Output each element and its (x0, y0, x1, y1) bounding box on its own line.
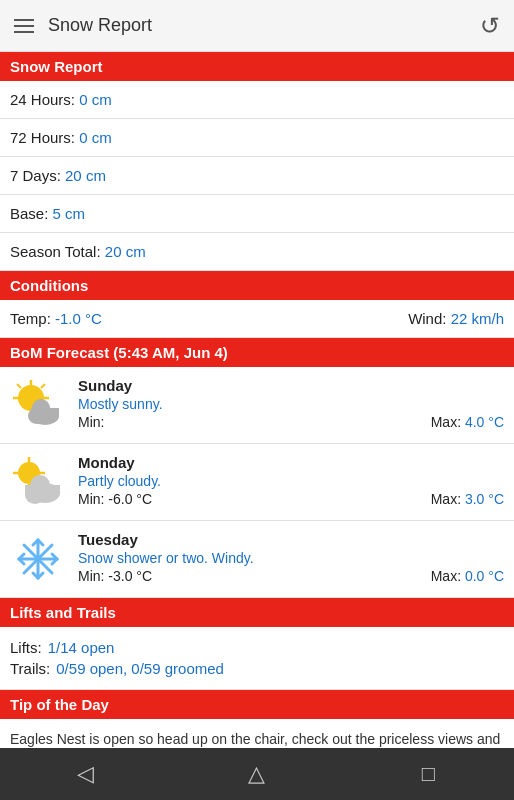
sunday-minmax: Min: Max: 4.0 °C (78, 414, 504, 430)
monday-desc: Partly cloudy. (78, 473, 504, 489)
conditions-header: Conditions (0, 271, 514, 300)
temp-label: Temp: (10, 310, 51, 327)
tuesday-min: Min: -3.0 °C (78, 568, 152, 584)
trails-label: Trails: (10, 660, 50, 677)
lifts-trails-content: Lifts: 1/14 open Trails: 0/59 open, 0/59… (0, 627, 514, 690)
trails-line: Trails: 0/59 open, 0/59 groomed (10, 658, 504, 679)
temp-display: Temp: -1.0 °C (10, 310, 102, 327)
forecast-header: BoM Forecast (5:43 AM, Jun 4) (0, 338, 514, 367)
lifts-trails-header: Lifts and Trails (0, 598, 514, 627)
row-72h: 72 Hours: 0 cm (0, 119, 514, 157)
conditions-row: Temp: -1.0 °C Wind: 22 km/h (0, 300, 514, 338)
temp-value: -1.0 °C (55, 310, 102, 327)
label-season: Season Total: 20 cm (10, 243, 146, 260)
sunday-forecast-content: Sunday Mostly sunny. Min: Max: 4.0 °C (78, 377, 504, 430)
svg-rect-11 (31, 408, 59, 416)
value-season: 20 cm (105, 243, 146, 260)
label-base: Base: 5 cm (10, 205, 85, 222)
tuesday-forecast-content: Tuesday Snow shower or two. Windy. Min: … (78, 531, 504, 584)
svg-line-7 (41, 384, 45, 388)
sunday-weather-icon (10, 377, 66, 433)
forecast-tuesday: Tuesday Snow shower or two. Windy. Min: … (0, 521, 514, 598)
value-7days: 20 cm (65, 167, 106, 184)
label-7days: 7 Days: 20 cm (10, 167, 106, 184)
svg-rect-20 (25, 485, 60, 495)
main-content: Snow Report 24 Hours: 0 cm 72 Hours: 0 c… (0, 52, 514, 800)
lifts-value: 1/14 open (48, 639, 115, 656)
sunday-desc: Mostly sunny. (78, 396, 504, 412)
home-button[interactable]: △ (171, 761, 342, 787)
row-base: Base: 5 cm (0, 195, 514, 233)
tuesday-minmax: Min: -3.0 °C Max: 0.0 °C (78, 568, 504, 584)
tuesday-day: Tuesday (78, 531, 504, 548)
monday-minmax: Min: -6.0 °C Max: 3.0 °C (78, 491, 504, 507)
row-season: Season Total: 20 cm (0, 233, 514, 271)
recent-button[interactable]: □ (343, 761, 514, 787)
monday-weather-icon (10, 454, 66, 510)
monday-max: Max: 3.0 °C (431, 491, 504, 507)
forecast-monday: Monday Partly cloudy. Min: -6.0 °C Max: … (0, 444, 514, 521)
back-button[interactable]: ◁ (0, 761, 171, 787)
monday-min: Min: -6.0 °C (78, 491, 152, 507)
sunday-max: Max: 4.0 °C (431, 414, 504, 430)
trails-value: 0/59 open, 0/59 groomed (56, 660, 224, 677)
row-7days: 7 Days: 20 cm (0, 157, 514, 195)
row-24h: 24 Hours: 0 cm (0, 81, 514, 119)
monday-forecast-content: Monday Partly cloudy. Min: -6.0 °C Max: … (78, 454, 504, 507)
label-24h: 24 Hours: 0 cm (10, 91, 112, 108)
tuesday-weather-icon (10, 531, 66, 587)
value-72h: 0 cm (79, 129, 112, 146)
monday-day: Monday (78, 454, 504, 471)
refresh-icon[interactable]: ↻ (480, 12, 500, 40)
value-base: 5 cm (53, 205, 86, 222)
lifts-line: Lifts: 1/14 open (10, 637, 504, 658)
tuesday-desc: Snow shower or two. Windy. (78, 550, 504, 566)
snow-report-header: Snow Report (0, 52, 514, 81)
top-bar-left: Snow Report (14, 15, 152, 36)
bottom-nav: ◁ △ □ (0, 748, 514, 800)
svg-line-5 (17, 384, 21, 388)
top-bar: Snow Report ↻ (0, 0, 514, 52)
value-24h: 0 cm (79, 91, 112, 108)
tip-header: Tip of the Day (0, 690, 514, 719)
forecast-sunday: Sunday Mostly sunny. Min: Max: 4.0 °C (0, 367, 514, 444)
wind-value: 22 km/h (451, 310, 504, 327)
tuesday-max: Max: 0.0 °C (431, 568, 504, 584)
sunday-day: Sunday (78, 377, 504, 394)
wind-label: Wind: (408, 310, 446, 327)
hamburger-icon[interactable] (14, 19, 34, 33)
lifts-label: Lifts: (10, 639, 42, 656)
label-72h: 72 Hours: 0 cm (10, 129, 112, 146)
sunday-min: Min: (78, 414, 104, 430)
app-title: Snow Report (48, 15, 152, 36)
wind-display: Wind: 22 km/h (408, 310, 504, 327)
